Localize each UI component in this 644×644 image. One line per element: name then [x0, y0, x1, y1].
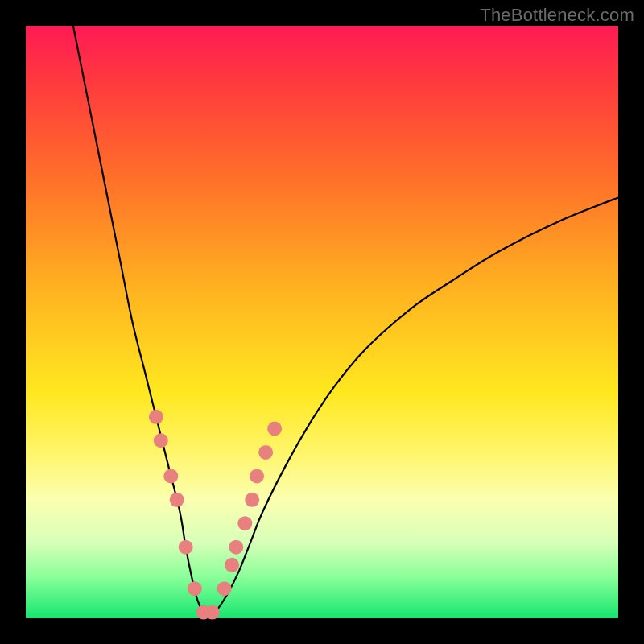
marker-dot — [149, 410, 163, 424]
marker-dot — [237, 516, 252, 530]
marker-dot — [163, 469, 178, 483]
chart-frame: TheBottleneck.com — [0, 0, 644, 644]
marker-dot — [267, 422, 282, 436]
marker-dot — [188, 581, 202, 596]
marker-dot — [154, 433, 168, 448]
watermark-text: TheBottleneck.com — [480, 5, 634, 26]
marker-dot — [217, 581, 232, 596]
marker-dot — [258, 445, 273, 460]
bottleneck-curve — [73, 26, 618, 618]
plot-area — [26, 26, 618, 618]
marker-dot — [170, 493, 184, 507]
marker-dot — [179, 540, 193, 555]
marker-dot — [225, 558, 239, 572]
marker-dot — [205, 605, 220, 620]
marker-dot — [250, 469, 264, 483]
curve-svg — [26, 26, 618, 618]
marker-dot — [245, 493, 259, 507]
marker-dot — [229, 540, 243, 555]
